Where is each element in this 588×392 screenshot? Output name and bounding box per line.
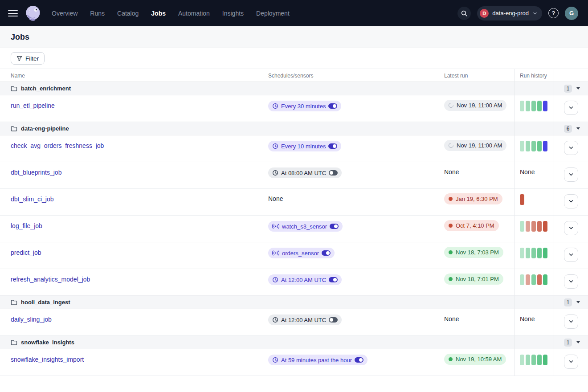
- run-history-bar[interactable]: [526, 248, 530, 258]
- sensor-badge[interactable]: orders_sensor: [268, 248, 335, 258]
- run-history-bars[interactable]: [520, 221, 547, 232]
- latest-run-pill[interactable]: Nov 19, 11:00 AM: [444, 140, 506, 151]
- run-history-bar[interactable]: [537, 274, 542, 285]
- run-history-bar[interactable]: [520, 194, 524, 205]
- run-history-bar[interactable]: [543, 355, 547, 365]
- run-history-bar[interactable]: [543, 221, 547, 232]
- run-history-bar[interactable]: [531, 101, 536, 111]
- run-history-bar[interactable]: [537, 101, 542, 111]
- run-history-bar[interactable]: [520, 221, 524, 232]
- filter-button[interactable]: Filter: [11, 52, 45, 65]
- schedule-toggle[interactable]: [329, 277, 338, 282]
- latest-run-pill[interactable]: Nov 19, 11:00 AM: [444, 100, 506, 111]
- caret-down-icon[interactable]: [576, 127, 580, 130]
- job-name-link[interactable]: dbt_blueprints_job: [11, 167, 61, 176]
- run-history-bars[interactable]: [520, 141, 547, 151]
- job-name-link[interactable]: run_etl_pipeline: [11, 101, 55, 109]
- job-name-link[interactable]: dbt_slim_ci_job: [11, 194, 54, 203]
- expand-row-button[interactable]: [564, 221, 578, 235]
- dagster-logo-icon[interactable]: [24, 4, 42, 22]
- run-history-bar[interactable]: [526, 274, 530, 285]
- job-group-row[interactable]: hooli_data_ingest 1: [0, 296, 588, 309]
- expand-row-button[interactable]: [564, 274, 578, 289]
- schedule-toggle[interactable]: [329, 170, 338, 176]
- sensor-toggle[interactable]: [330, 224, 339, 229]
- run-history-bars[interactable]: [520, 101, 547, 111]
- schedule-toggle[interactable]: [329, 317, 338, 323]
- nav-item-overview[interactable]: Overview: [52, 10, 78, 17]
- nav-item-deployment[interactable]: Deployment: [256, 10, 290, 17]
- expand-row-button[interactable]: [564, 314, 578, 329]
- search-button[interactable]: [457, 7, 471, 20]
- schedule-badge[interactable]: At 59 minutes past the hour: [268, 355, 368, 365]
- job-group-row[interactable]: batch_enrichment 1: [0, 82, 588, 95]
- nav-item-insights[interactable]: Insights: [222, 10, 244, 17]
- run-history-bars[interactable]: [520, 355, 547, 365]
- run-history-bars[interactable]: [520, 274, 547, 285]
- hamburger-menu-icon[interactable]: [8, 10, 18, 16]
- schedule-badge[interactable]: Every 30 minutes: [268, 101, 341, 111]
- run-history-bar[interactable]: [531, 248, 536, 258]
- run-history-bar[interactable]: [526, 355, 530, 365]
- latest-run-pill[interactable]: Jan 19, 6:30 PM: [444, 193, 502, 204]
- run-history-bar[interactable]: [520, 248, 524, 258]
- schedule-toggle[interactable]: [328, 143, 337, 149]
- run-history-bar[interactable]: [543, 274, 547, 285]
- run-history-bar[interactable]: [520, 355, 524, 365]
- expand-row-button[interactable]: [564, 248, 578, 262]
- job-name-link[interactable]: predict_job: [11, 248, 41, 256]
- run-history-bar[interactable]: [520, 274, 524, 285]
- run-history-bar[interactable]: [531, 221, 536, 232]
- schedule-toggle[interactable]: [328, 103, 337, 109]
- nav-item-catalog[interactable]: Catalog: [117, 10, 139, 17]
- latest-run-pill[interactable]: Oct 7, 4:10 PM: [444, 220, 499, 231]
- run-history-bar[interactable]: [531, 355, 536, 365]
- run-history-bar[interactable]: [537, 221, 542, 232]
- run-history-bars[interactable]: [520, 194, 524, 205]
- sensor-badge[interactable]: watch_s3_sensor: [268, 221, 343, 232]
- nav-item-runs[interactable]: Runs: [90, 10, 105, 17]
- run-history-bar[interactable]: [543, 248, 547, 258]
- job-name-link[interactable]: refresh_analytics_model_job: [11, 274, 90, 283]
- latest-run-pill[interactable]: Nov 18, 7:03 PM: [444, 247, 503, 258]
- job-group-row[interactable]: data-eng-pipeline 6: [0, 122, 588, 135]
- nav-item-automation[interactable]: Automation: [178, 10, 210, 17]
- run-history-bar[interactable]: [526, 141, 530, 151]
- caret-down-icon[interactable]: [576, 301, 580, 303]
- schedule-badge[interactable]: At 12:00 AM UTC: [268, 314, 342, 325]
- schedule-badge[interactable]: At 12:00 AM UTC: [268, 274, 342, 285]
- nav-item-jobs[interactable]: Jobs: [151, 10, 166, 17]
- run-history-bar[interactable]: [537, 355, 542, 365]
- latest-run-pill[interactable]: Nov 19, 10:59 AM: [444, 354, 506, 365]
- sensor-toggle[interactable]: [322, 250, 331, 256]
- job-name-link[interactable]: daily_sling_job: [11, 314, 52, 323]
- expand-row-button[interactable]: [564, 101, 578, 115]
- expand-row-button[interactable]: [564, 355, 578, 369]
- expand-row-button[interactable]: [564, 194, 578, 208]
- expand-row-button[interactable]: [564, 167, 578, 182]
- run-history-bar[interactable]: [531, 274, 536, 285]
- run-history-bar[interactable]: [537, 141, 542, 151]
- help-button[interactable]: ?: [548, 8, 559, 18]
- run-history-bar[interactable]: [537, 248, 542, 258]
- run-history-bar[interactable]: [526, 101, 530, 111]
- job-group-row[interactable]: snowflake_insights 1: [0, 336, 588, 349]
- run-history-bar[interactable]: [520, 141, 524, 151]
- user-avatar[interactable]: G: [565, 7, 578, 20]
- job-name-link[interactable]: snowflake_insights_import: [11, 355, 84, 363]
- run-history-bar[interactable]: [531, 141, 536, 151]
- job-name-link[interactable]: check_avg_orders_freshness_job: [11, 141, 104, 149]
- run-history-bar[interactable]: [543, 101, 547, 111]
- latest-run-pill[interactable]: Nov 18, 7:01 PM: [444, 274, 503, 285]
- run-history-bars[interactable]: [520, 248, 547, 258]
- schedule-badge[interactable]: Every 10 minutes: [268, 141, 341, 151]
- job-name-link[interactable]: log_file_job: [11, 221, 42, 229]
- schedule-badge[interactable]: At 08:00 AM UTC: [268, 167, 342, 178]
- deployment-switcher[interactable]: D data-eng-prod: [477, 6, 542, 20]
- schedule-toggle[interactable]: [355, 357, 363, 363]
- caret-down-icon[interactable]: [576, 87, 580, 90]
- expand-row-button[interactable]: [564, 141, 578, 155]
- run-history-bar[interactable]: [526, 221, 530, 232]
- caret-down-icon[interactable]: [576, 341, 580, 343]
- run-history-bar[interactable]: [520, 101, 524, 111]
